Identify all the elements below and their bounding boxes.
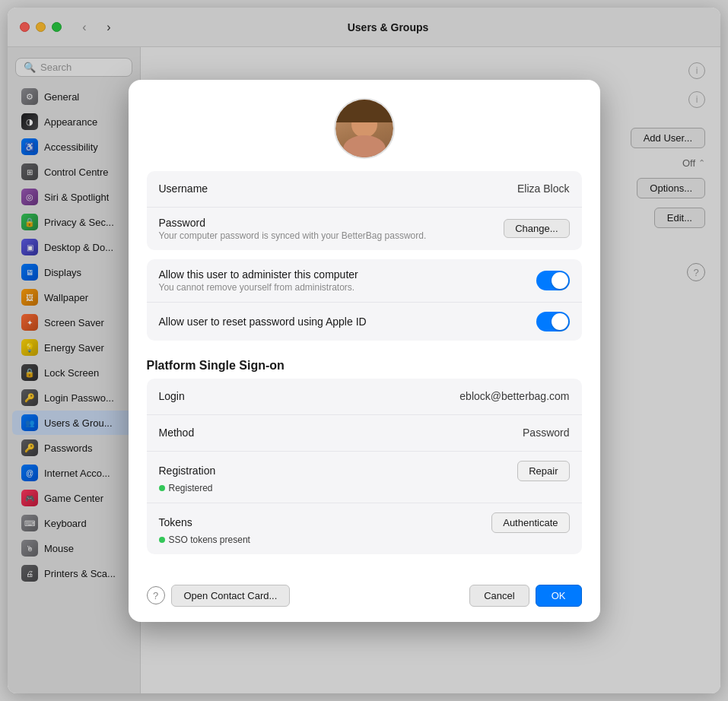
- login-label: Login: [159, 390, 185, 402]
- apple-id-label: Allow user to reset password using Apple…: [159, 316, 367, 328]
- ok-button[interactable]: OK: [536, 585, 582, 607]
- repair-button[interactable]: Repair: [517, 461, 569, 481]
- modal-dialog: Username Eliza Block Password Your compu…: [129, 80, 600, 622]
- registration-label: Registration: [159, 465, 216, 477]
- username-row: Username Eliza Block: [147, 171, 582, 208]
- tokens-row: Tokens Authenticate SSO tokens present: [147, 503, 582, 554]
- apple-id-row: Allow user to reset password using Apple…: [147, 303, 582, 341]
- admin-label-group: Allow this user to administer this compu…: [159, 268, 358, 293]
- permissions-section: Allow this user to administer this compu…: [147, 259, 582, 341]
- method-label: Method: [159, 427, 195, 439]
- registration-row: Registration Repair Registered: [147, 452, 582, 503]
- registration-row-top: Registration Repair: [159, 461, 570, 481]
- tokens-row-top: Tokens Authenticate: [159, 512, 570, 533]
- modal-overlay: Username Eliza Block Password Your compu…: [8, 8, 720, 693]
- modal-footer: ? Open Contact Card... Cancel OK: [129, 576, 600, 622]
- sso-section: Login eblock@betterbag.com Method Passwo…: [147, 379, 582, 554]
- admin-toggle-sublabel: You cannot remove yourself from administ…: [159, 282, 358, 293]
- tokens-status: SSO tokens present: [159, 534, 570, 545]
- tokens-dot: [159, 537, 165, 543]
- login-row: Login eblock@betterbag.com: [147, 379, 582, 415]
- sso-title: Platform Single Sign-on: [147, 350, 582, 379]
- cancel-button[interactable]: Cancel: [469, 585, 529, 607]
- username-label: Username: [159, 182, 208, 195]
- login-value: eblock@betterbag.com: [459, 390, 569, 402]
- avatar[interactable]: [334, 98, 395, 159]
- modal-body: Username Eliza Block Password Your compu…: [129, 171, 600, 576]
- tokens-label: Tokens: [159, 516, 192, 528]
- avatar-image: [335, 98, 393, 159]
- admin-toggle-row: Allow this user to administer this compu…: [147, 259, 582, 303]
- authenticate-button[interactable]: Authenticate: [491, 512, 569, 533]
- user-info-section: Username Eliza Block Password Your compu…: [147, 171, 582, 250]
- admin-toggle[interactable]: [536, 271, 570, 290]
- tokens-status-label: SSO tokens present: [169, 534, 250, 545]
- admin-toggle-label: Allow this user to administer this compu…: [159, 268, 358, 281]
- footer-help-button[interactable]: ?: [147, 586, 165, 604]
- registered-dot: [159, 485, 165, 491]
- apple-id-toggle[interactable]: [536, 312, 570, 331]
- method-value: Password: [523, 427, 569, 439]
- password-label-group: Password Your computer password is synce…: [159, 217, 427, 241]
- password-label: Password: [159, 217, 427, 229]
- change-password-button[interactable]: Change...: [504, 219, 569, 238]
- avatar-area: [129, 80, 600, 171]
- avatar-hair: [335, 98, 393, 122]
- open-contact-button[interactable]: Open Contact Card...: [171, 585, 291, 607]
- registered-label: Registered: [169, 483, 213, 493]
- method-row: Method Password: [147, 415, 582, 452]
- password-sublabel: Your computer password is synced with yo…: [159, 230, 427, 241]
- main-window: ‹ › Users & Groups 🔍 Search ⚙ General ◑ …: [8, 8, 720, 693]
- username-value: Eliza Block: [517, 182, 569, 195]
- password-row: Password Your computer password is synce…: [147, 208, 582, 250]
- registration-status: Registered: [159, 483, 570, 493]
